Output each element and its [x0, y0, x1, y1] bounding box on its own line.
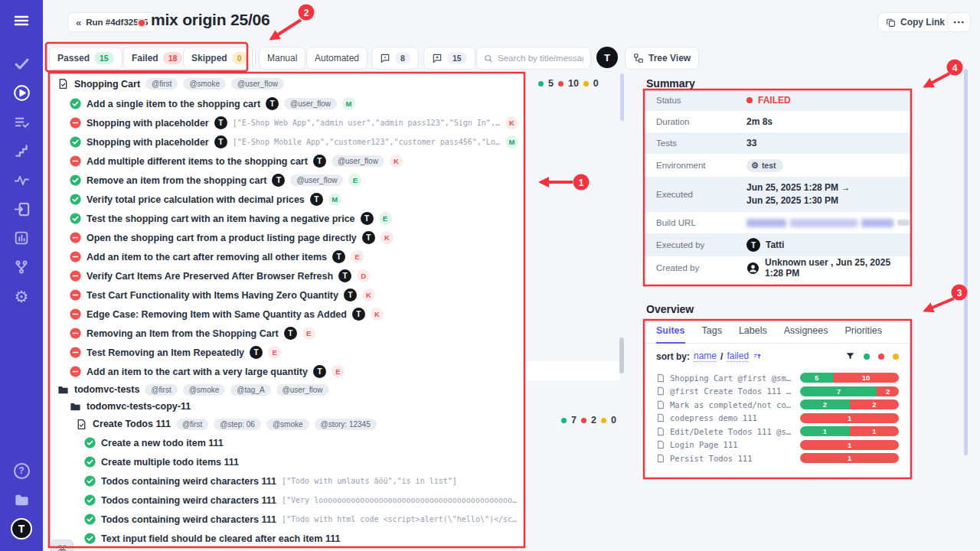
sidebar-item-import[interactable]: [0, 194, 43, 223]
test-row[interactable]: Open the shopping cart from a product li…: [50, 228, 524, 247]
sort-by-name-link[interactable]: name: [694, 350, 717, 362]
filter-passed-button[interactable]: Passed 15: [49, 47, 122, 70]
tab-priorities[interactable]: Priorities: [844, 320, 882, 344]
stat-count: 0: [593, 78, 599, 89]
test-row[interactable]: Removing an Item from the Shopping CartT…: [50, 324, 524, 343]
comments-alert-button[interactable]: 8: [371, 47, 419, 70]
filter-failed-button[interactable]: Failed 18: [123, 47, 191, 70]
tab-labels[interactable]: Labels: [739, 320, 767, 344]
sidebar-item-steps[interactable]: [0, 136, 43, 165]
test-row[interactable]: Test the shopping cart with an item havi…: [50, 209, 524, 228]
sidebar-item-branches[interactable]: [0, 253, 43, 282]
test-row[interactable]: Verify total price calculation with deci…: [50, 190, 524, 209]
test-row[interactable]: Todos containing weird characters 111["T…: [50, 510, 524, 529]
sidebar-item-help[interactable]: ?: [0, 456, 43, 485]
sidebar-item-profile[interactable]: T: [0, 514, 43, 543]
summary-value-text: 33: [746, 138, 756, 148]
annotation-circle-4: [947, 60, 963, 76]
testomat-logo-chip: T: [338, 269, 351, 282]
tag-badge: @smoke: [266, 419, 309, 430]
test-row[interactable]: Verify Cart Items Are Preserved After Br…: [50, 266, 524, 285]
row-title: Verify Cart Items Are Preserved After Br…: [87, 271, 333, 282]
page-scrollbar-thumb[interactable]: [964, 69, 968, 455]
assignee-badge: M: [342, 97, 355, 110]
testomat-logo-chip: T: [214, 135, 227, 148]
suite-row[interactable]: Shopping Cart@first@smoke@user_flow: [50, 73, 524, 94]
sidebar-item-analytics[interactable]: [0, 223, 43, 253]
test-row[interactable]: Create multiple todo items 111: [50, 452, 524, 471]
tag-badge: @first: [145, 384, 177, 396]
test-row[interactable]: Test Removing an Item RepeatedlyTE: [50, 343, 524, 362]
summary-row: ExecutedJun 25, 2025 1:28 PM →Jun 25, 20…: [644, 177, 911, 212]
failed-status-icon: [70, 289, 81, 301]
folder-row[interactable]: todomvc-tests@first@smoke@tag_A@user_flo…: [50, 381, 524, 398]
comment-add-icon: [432, 53, 443, 64]
test-row[interactable]: Todos containing weird characters 111["V…: [50, 491, 524, 510]
tab-assignees[interactable]: Assignees: [784, 320, 828, 344]
failed-filter-dot[interactable]: [878, 354, 884, 360]
overview-suite-row[interactable]: @first Create Todos 111 @ste…72: [644, 385, 911, 399]
tab-tags[interactable]: Tags: [702, 320, 722, 344]
tag-badge: @user_flow: [276, 384, 329, 396]
sidebar-item-tests[interactable]: [0, 49, 43, 78]
overview-suite-row[interactable]: codepress demo 1111: [644, 412, 911, 425]
sidebar-item-plans[interactable]: [0, 107, 43, 136]
filter-funnel-icon[interactable]: [845, 351, 855, 361]
passed-filter-dot[interactable]: [864, 354, 870, 360]
search-input[interactable]: [498, 54, 583, 63]
test-row[interactable]: Shopping with placeholderT["E-Shop Web A…: [50, 113, 524, 132]
tree-view-button[interactable]: Tree View: [625, 47, 699, 70]
filter-skipped-button[interactable]: Skipped 0: [183, 47, 256, 70]
test-row[interactable]: Edge Case: Removing Item with Same Quant…: [50, 305, 524, 324]
overview-suite-row[interactable]: Login Page 1111: [644, 439, 911, 452]
overview-suite-row[interactable]: Persist Todos 1111: [644, 452, 911, 465]
skipped-count-badge: 0: [232, 52, 247, 64]
test-row[interactable]: Todos containing weird characters 111["T…: [50, 471, 524, 491]
sidebar-item-runs[interactable]: [0, 78, 43, 107]
comments-add-button[interactable]: 15: [423, 47, 475, 70]
summary-row-label: Executed by: [656, 240, 746, 249]
folder-row[interactable]: todomvc-tests-copy-11: [50, 398, 524, 415]
back-chevrons-icon: «: [76, 17, 81, 28]
summary-row: Created byUnknown user , Jun 25, 2025 1:…: [644, 256, 911, 279]
test-row[interactable]: Shopping with placeholderT["E-Shop Mobil…: [50, 132, 524, 152]
annotation-circle-1: [573, 174, 590, 191]
more-actions-button[interactable]: ⋯: [947, 12, 971, 32]
skipped-dot: [583, 81, 589, 86]
menu-icon[interactable]: [0, 8, 43, 34]
testomat-logo-chip: T: [344, 289, 357, 302]
test-row[interactable]: Add multiple different items to the shop…: [50, 152, 524, 171]
filter-manual-button[interactable]: Manual: [259, 47, 305, 70]
test-row[interactable]: Add an item to the cart after removing a…: [50, 247, 524, 266]
sidebar-item-projects[interactable]: [0, 485, 43, 514]
copy-link-button[interactable]: Copy Link: [877, 12, 953, 32]
more-icon: ⋯: [953, 15, 965, 29]
row-title: Add an item to the cart after removing a…: [87, 252, 327, 262]
suite-row[interactable]: Create Todos 111@first@step: 06@smoke@st…: [50, 415, 524, 433]
user-avatar[interactable]: T: [596, 47, 618, 68]
sidebar-item-settings[interactable]: ⚙: [0, 282, 43, 311]
annotation-arrow-2: [271, 20, 301, 39]
test-row[interactable]: Test Cart Functionality with Items Havin…: [50, 285, 524, 305]
test-row[interactable]: Text input field should be cleared after…: [50, 529, 524, 547]
overview-suite-row[interactable]: Shopping Cart @first @smoke …510: [644, 371, 911, 385]
test-row[interactable]: Create a new todo item 111: [50, 433, 524, 452]
sort-by-failed-link[interactable]: failed: [727, 350, 749, 362]
stat-count: 5: [548, 78, 554, 89]
tab-suites[interactable]: Suites: [656, 320, 685, 344]
list-scrollbar-thumb[interactable]: [620, 73, 624, 121]
test-row[interactable]: Add an item to the cart with a very larg…: [50, 362, 524, 381]
overview-suite-row[interactable]: Mark as completed/not comple…22: [644, 398, 911, 412]
row-title: Todos containing weird characters 111: [101, 476, 276, 487]
row-title: Shopping with placeholder: [87, 137, 209, 148]
skipped-filter-dot[interactable]: [893, 354, 899, 360]
sidebar-item-pulse[interactable]: [0, 165, 43, 194]
suite-name: Edit/Delete Todos 111 @step-…: [670, 427, 795, 436]
row-title: Todos containing weird characters 111: [101, 495, 276, 506]
filter-automated-button[interactable]: Automated: [306, 47, 368, 70]
panel-resize-handle[interactable]: [619, 337, 624, 373]
passed-label: Passed: [57, 53, 90, 64]
test-row[interactable]: Remove an item from the shopping cartT@u…: [50, 171, 524, 190]
overview-suite-row[interactable]: Edit/Delete Todos 111 @step-…11: [644, 425, 911, 439]
test-row[interactable]: Add a single item to the shopping cartT@…: [50, 94, 524, 113]
